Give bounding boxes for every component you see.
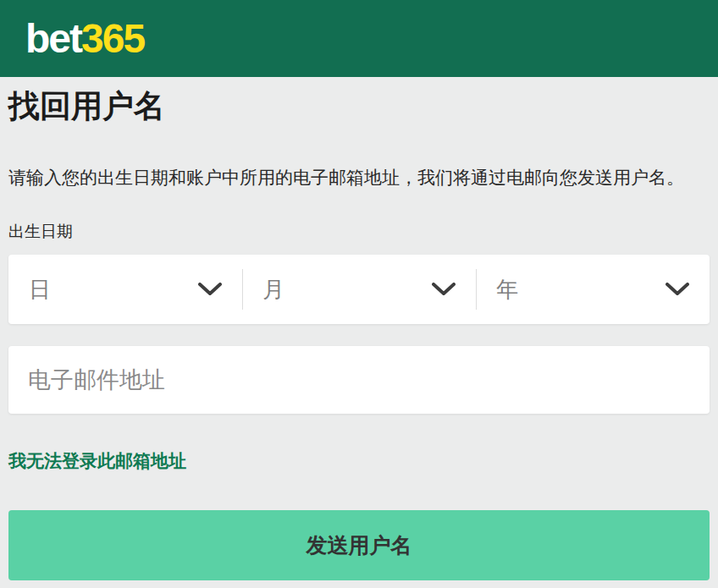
- logo-bet-text: bet: [25, 16, 81, 61]
- day-select[interactable]: 日: [8, 255, 242, 324]
- page-title: 找回用户名: [8, 88, 710, 125]
- logo-365-text: 365: [81, 16, 144, 61]
- month-select-value: 月: [262, 275, 284, 305]
- chevron-down-icon: [432, 283, 456, 296]
- cannot-access-email-link[interactable]: 我无法登录此邮箱地址: [8, 449, 186, 473]
- chevron-down-icon: [666, 283, 689, 296]
- dob-select-row: 日 月 年: [8, 255, 710, 324]
- email-field-container: [8, 346, 710, 414]
- bet365-logo[interactable]: bet365: [25, 19, 144, 59]
- email-input[interactable]: [8, 346, 710, 414]
- month-select[interactable]: 月: [242, 255, 476, 324]
- send-username-button[interactable]: 发送用户名: [8, 510, 710, 580]
- year-select-value: 年: [496, 275, 518, 305]
- year-select[interactable]: 年: [476, 255, 710, 324]
- header: bet365: [0, 0, 718, 77]
- dob-label: 出生日期: [8, 222, 710, 242]
- day-select-value: 日: [29, 275, 51, 305]
- main-content: 找回用户名 请输入您的出生日期和账户中所用的电子邮箱地址，我们将通过电邮向您发送…: [0, 88, 718, 580]
- instructions-text: 请输入您的出生日期和账户中所用的电子邮箱地址，我们将通过电邮向您发送用户名。: [8, 166, 710, 189]
- chevron-down-icon: [198, 283, 222, 296]
